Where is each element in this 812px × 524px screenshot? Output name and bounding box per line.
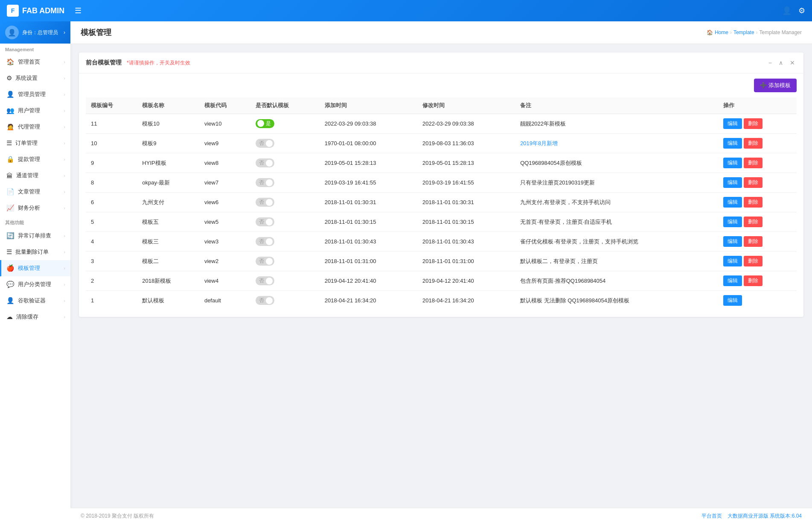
- cell-remark: 默认模板 无法删除 QQ1968984054原创模板: [515, 291, 718, 310]
- cell-code: default: [199, 291, 250, 310]
- table-row: 6九州支付view6否2018-11-01 01:30:312018-11-01…: [86, 193, 797, 212]
- sidebar-item-system[interactable]: ⚙ 系统设置 ›: [0, 70, 70, 86]
- toggle-off[interactable]: 否: [256, 139, 274, 148]
- card-expand-button[interactable]: ∧: [777, 59, 785, 67]
- toggle-off[interactable]: 否: [256, 178, 274, 187]
- toggle-off[interactable]: 否: [256, 296, 274, 305]
- edit-button[interactable]: 编辑: [723, 236, 742, 247]
- sidebar-item-admin[interactable]: 👤 管理员管理 ›: [0, 86, 70, 102]
- cell-action: 编辑删除: [718, 134, 797, 153]
- delete-button[interactable]: 删除: [744, 177, 763, 188]
- article-icon: 📄: [6, 188, 15, 196]
- sidebar-item-template[interactable]: 🍎 模板管理 ›: [0, 260, 70, 276]
- cell-action: 编辑删除: [718, 153, 797, 173]
- breadcrumb-home[interactable]: Home: [715, 29, 728, 35]
- delete-button[interactable]: 删除: [744, 256, 763, 266]
- sidebar-item-user-category[interactable]: 💬 用户分类管理 ›: [0, 276, 70, 293]
- toggle-off[interactable]: 否: [256, 158, 274, 167]
- edit-button[interactable]: 编辑: [723, 217, 742, 227]
- sidebar-item-batch[interactable]: ☰ 批量删除订单 ›: [0, 244, 70, 260]
- card-controls: − ∧ ✕: [767, 59, 797, 67]
- cell-id: 5: [86, 212, 137, 232]
- edit-button[interactable]: 编辑: [723, 275, 742, 286]
- sidebar-item-clear-cache[interactable]: ☁ 清除缓存 ›: [0, 309, 70, 325]
- hamburger-button[interactable]: ☰: [75, 6, 81, 15]
- edit-button[interactable]: 编辑: [723, 118, 742, 129]
- edit-button[interactable]: 编辑: [723, 295, 742, 306]
- toggle-off[interactable]: 否: [256, 257, 274, 266]
- clear-cache-icon: ☁: [6, 313, 13, 321]
- toggle-on[interactable]: 是: [256, 119, 274, 128]
- footer-link-home[interactable]: 平台首页: [701, 513, 722, 519]
- sidebar-item-finance[interactable]: 📈 财务分析 ›: [0, 200, 70, 216]
- users-icon: 👥: [6, 107, 15, 114]
- footer-link-version[interactable]: 大数据商业开源版 系统版本:6.04: [728, 513, 802, 519]
- cell-id: 1: [86, 291, 137, 310]
- edit-button[interactable]: 编辑: [723, 138, 742, 149]
- role-label: 身份：总管理员: [22, 29, 58, 36]
- sidebar-label-clear-cache: 清除缓存: [16, 313, 64, 321]
- cell-remark: QQ1968984054原创模板: [515, 153, 718, 173]
- cell-id: 6: [86, 193, 137, 212]
- delete-button[interactable]: 删除: [744, 118, 763, 129]
- card-close-button[interactable]: ✕: [788, 59, 797, 67]
- sidebar-item-agent[interactable]: 🙍 代理管理 ›: [0, 119, 70, 135]
- delete-button[interactable]: 删除: [744, 138, 763, 149]
- edit-button[interactable]: 编辑: [723, 256, 742, 266]
- sidebar-label-system: 系统设置: [15, 74, 64, 82]
- cell-code: view10: [199, 114, 250, 134]
- cell-mod-time: 2019-08-03 11:36:03: [417, 134, 515, 153]
- delete-button[interactable]: 删除: [744, 275, 763, 286]
- cell-default: 否: [250, 212, 320, 232]
- sidebar-item-users[interactable]: 👥 用户管理 ›: [0, 102, 70, 119]
- settings-nav-icon[interactable]: ⚙: [798, 6, 805, 15]
- sidebar-item-orders[interactable]: ☰ 订单管理 ›: [0, 135, 70, 151]
- template-icon: 🍎: [6, 264, 15, 272]
- sidebar: 👤 身份：总管理员 › Management 🏠 管理首页 › ⚙ 系统设置 ›…: [0, 21, 70, 524]
- sidebar-item-google-auth[interactable]: 👤 谷歌验证器 ›: [0, 293, 70, 309]
- cell-code: view7: [199, 173, 250, 193]
- user-nav-icon[interactable]: 👤: [782, 6, 792, 15]
- cell-name: 模板9: [137, 134, 199, 153]
- edit-button[interactable]: 编辑: [723, 177, 742, 188]
- delete-button[interactable]: 删除: [744, 158, 763, 168]
- col-add-time: 添加时间: [320, 97, 417, 114]
- google-auth-icon: 👤: [6, 297, 15, 304]
- card-title-area: 前台模板管理 *请谨慎操作，开关及时生效: [86, 59, 190, 67]
- sidebar-item-withdraw[interactable]: 🔒 提款管理 ›: [0, 151, 70, 167]
- toggle-off[interactable]: 否: [256, 198, 274, 207]
- toggle-off[interactable]: 否: [256, 217, 274, 226]
- breadcrumb: 🏠 Home › Template › Template Manager: [707, 29, 802, 35]
- sidebar-item-channel[interactable]: 🏛 通道管理 ›: [0, 167, 70, 184]
- col-mod-time: 修改时间: [417, 97, 515, 114]
- delete-button[interactable]: 删除: [744, 236, 763, 247]
- toggle-off[interactable]: 否: [256, 237, 274, 246]
- breadcrumb-template[interactable]: Template: [733, 29, 754, 35]
- cell-default: 否: [250, 252, 320, 271]
- sidebar-label-template: 模板管理: [18, 264, 64, 272]
- sidebar-label-article: 文章管理: [18, 188, 64, 196]
- table-row: 1默认模板default否2018-04-21 16:34:202018-04-…: [86, 291, 797, 310]
- card-toolbar: ➕ 添加模板: [79, 73, 803, 97]
- cell-name: 九州支付: [137, 193, 199, 212]
- toggle-off[interactable]: 否: [256, 276, 274, 285]
- cell-add-time: 2018-11-01 01:31:00: [320, 252, 417, 271]
- sidebar-item-home[interactable]: 🏠 管理首页 ›: [0, 54, 70, 70]
- sidebar-item-article[interactable]: 📄 文章管理 ›: [0, 184, 70, 200]
- delete-button[interactable]: 删除: [744, 217, 763, 227]
- card-minimize-button[interactable]: −: [767, 59, 774, 67]
- cell-add-time: 2019-05-01 15:28:13: [320, 153, 417, 173]
- system-icon: ⚙: [6, 74, 12, 82]
- edit-button[interactable]: 编辑: [723, 158, 742, 168]
- delete-button[interactable]: 删除: [744, 197, 763, 208]
- cell-name: 模板10: [137, 114, 199, 134]
- sidebar-item-abnormal[interactable]: 🔄 异常订单排查 ›: [0, 228, 70, 244]
- edit-button[interactable]: 编辑: [723, 197, 742, 208]
- breadcrumb-current: Template Manager: [760, 29, 802, 35]
- add-template-button[interactable]: ➕ 添加模板: [754, 79, 797, 92]
- agent-icon: 🙍: [6, 123, 15, 131]
- cell-code: view5: [199, 212, 250, 232]
- cell-id: 9: [86, 153, 137, 173]
- cell-remark: 九州支付,有登录页，不支持手机访问: [515, 193, 718, 212]
- admin-icon: 👤: [6, 91, 15, 98]
